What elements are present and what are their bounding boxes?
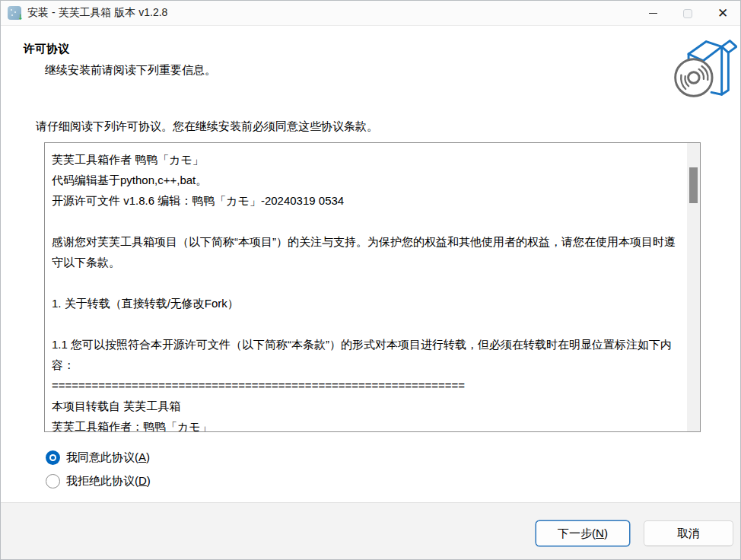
radio-accept-agreement[interactable]: 我同意此协议(A): [46, 450, 150, 465]
radio-decline-label: 我拒绝此协议(D): [66, 474, 151, 488]
maximize-icon: [683, 9, 692, 18]
close-button[interactable]: ✕: [705, 1, 740, 26]
radio-decline-agreement[interactable]: 我拒绝此协议(D): [46, 474, 151, 488]
maximize-button[interactable]: [670, 1, 705, 26]
wizard-box-disc-icon: [667, 31, 737, 101]
close-icon: ✕: [717, 7, 728, 20]
next-button[interactable]: 下一步(N): [536, 520, 630, 546]
window-title: 安装 - 芙芙工具箱 版本 v1.2.8: [27, 6, 167, 20]
license-text: 芙芙工具箱作者 鸭鸭「カモ」 代码编辑基于python,c++,bat。 开源许…: [45, 143, 687, 431]
installer-window: ⭣ 安装 - 芙芙工具箱 版本 v1.2.8 ✕ 许可协议 继续安装前请阅读下列…: [0, 0, 741, 560]
titlebar[interactable]: ⭣ 安装 - 芙芙工具箱 版本 v1.2.8 ✕: [1, 1, 740, 26]
minimize-icon: [649, 13, 657, 14]
radio-unselected-icon[interactable]: [46, 474, 60, 488]
window-controls: ✕: [635, 1, 740, 26]
license-scrollbar[interactable]: [687, 143, 700, 431]
license-instruction: 请仔细阅读下列许可协议。您在继续安装前必须同意这些协议条款。: [36, 119, 378, 134]
minimize-button[interactable]: [635, 1, 670, 26]
page-subtitle: 继续安装前请阅读下列重要信息。: [45, 63, 216, 78]
page-title: 许可协议: [24, 42, 69, 56]
radio-selected-icon[interactable]: [46, 450, 60, 465]
footer-bar: 下一步(N) 取消: [1, 502, 740, 559]
scrollbar-thumb[interactable]: [689, 167, 698, 203]
cancel-button[interactable]: 取消: [644, 520, 733, 546]
app-icon: ⭣: [8, 6, 21, 20]
app-icon-download-arrow: ⭣: [19, 14, 22, 21]
radio-accept-label: 我同意此协议(A): [66, 450, 150, 465]
license-textbox[interactable]: 芙芙工具箱作者 鸭鸭「カモ」 代码编辑基于python,c++,bat。 开源许…: [44, 142, 701, 432]
